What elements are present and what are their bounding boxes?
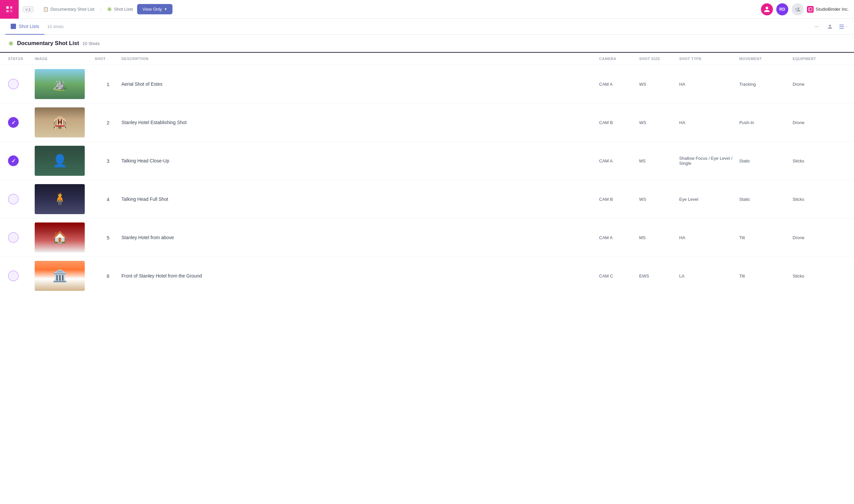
shot-type-3: Shallow Focus / Eye Level / Single (679, 156, 739, 166)
nav-separator-2: › (100, 6, 102, 12)
image-cell-3 (35, 146, 95, 176)
shot-camera-2: CAM B (599, 120, 639, 125)
status-circle-5[interactable] (8, 232, 19, 243)
shot-type-5: HA (679, 235, 739, 240)
sub-nav: Shot Lists 10 shots ··· (0, 19, 854, 35)
breadcrumb-1-label: Documentary Shot List (50, 7, 94, 12)
avatar-user-1[interactable] (761, 3, 773, 15)
image-cell-2 (35, 107, 95, 138)
shot-camera-5: CAM A (599, 235, 639, 240)
shot-movement-1: Tracking (739, 82, 793, 87)
col-status: STATUS (8, 57, 35, 61)
image-cell-5 (35, 222, 95, 252)
status-cell-2 (8, 117, 35, 128)
nav-right: RD StudioBinder Inc. (761, 3, 849, 15)
svg-rect-0 (6, 6, 9, 9)
view-only-button[interactable]: View Only ▼ (137, 4, 172, 14)
svg-rect-4 (808, 8, 812, 11)
shot-size-3: MS (639, 159, 679, 163)
table-row[interactable]: 5 Stanley Hotel from above CAM A MS HA T… (0, 218, 854, 256)
shot-table: STATUS IMAGE SHOT DESCRIPTION CAMERA SHO… (0, 53, 854, 295)
image-cell-1 (35, 69, 95, 99)
section-header: ✳️ Documentary Shot List 10 Shots (0, 35, 854, 53)
col-shot-size: SHOT SIZE (639, 57, 679, 61)
status-cell-6 (8, 271, 35, 281)
nav-breadcrumb-2[interactable]: ✳️ Shot Lists (107, 7, 133, 12)
list-view-button[interactable] (838, 21, 849, 32)
avatar-user-2[interactable]: RD (776, 3, 788, 15)
table-row[interactable]: 6 Front of Stanley Hotel from the Ground… (0, 256, 854, 295)
table-row[interactable]: 1 Aerial Shot of Estes CAM A WS HA Track… (0, 65, 854, 103)
status-circle-1[interactable] (8, 79, 19, 89)
shot-size-5: MS (639, 235, 679, 240)
sub-nav-right: ··· (811, 21, 849, 32)
shots-count: 10 shots (47, 24, 63, 29)
shot-movement-5: Tilt (739, 235, 793, 240)
studio-name: StudioBinder Inc. (816, 7, 849, 12)
shot-movement-4: Static (739, 197, 793, 202)
shot-type-1: HA (679, 82, 739, 87)
shot-size-4: WS (639, 197, 679, 202)
shot-image-2 (35, 107, 85, 138)
user-view-button[interactable] (825, 21, 835, 32)
col-movement: MOVEMENT (739, 57, 793, 61)
app-icon[interactable] (0, 0, 19, 19)
shot-size-2: WS (639, 120, 679, 125)
table-row[interactable]: 3 Talking Head Close-Up CAM A MS Shallow… (0, 141, 854, 180)
studio-binder-brand[interactable]: StudioBinder Inc. (807, 6, 849, 13)
shot-image-6 (35, 261, 85, 291)
col-image: IMAGE (35, 57, 95, 61)
shot-type-6: LA (679, 273, 739, 278)
shot-camera-1: CAM A (599, 82, 639, 87)
shot-desc-4: Talking Head Full Shot (122, 196, 599, 202)
shot-movement-3: Static (739, 159, 793, 163)
shot-image-5 (35, 222, 85, 252)
view-only-label: View Only (142, 7, 162, 12)
sb-logo (807, 6, 814, 13)
shot-num-5: 5 (95, 235, 122, 240)
col-equipment: EQUIPMENT (793, 57, 846, 61)
table-row[interactable]: 2 Stanley Hotel Establishing Shot CAM B … (0, 103, 854, 141)
shot-list-icon: 📋 (43, 7, 48, 12)
table-header: STATUS IMAGE SHOT DESCRIPTION CAMERA SHO… (0, 53, 854, 65)
status-cell-5 (8, 232, 35, 243)
nav-breadcrumb-1[interactable]: 📋 Documentary Shot List (43, 7, 94, 12)
shot-camera-3: CAM A (599, 159, 639, 163)
col-shot-type: SHOT TYPE (679, 57, 739, 61)
section-icon: ✳️ (8, 41, 14, 46)
svg-rect-3 (10, 10, 12, 12)
shot-num-1: 1 (95, 82, 122, 87)
status-circle-4[interactable] (8, 194, 19, 204)
col-description: DESCRIPTION (122, 57, 599, 61)
shot-equipment-6: Sticks (793, 273, 846, 278)
col-shot: SHOT (95, 57, 122, 61)
shot-type-2: HA (679, 120, 739, 125)
svg-rect-2 (10, 6, 12, 9)
shot-camera-6: CAM C (599, 273, 639, 278)
shots-badge: 10 Shots (83, 41, 99, 46)
image-cell-4 (35, 184, 95, 214)
section-title: Documentary Shot List (17, 40, 79, 47)
status-circle-6[interactable] (8, 271, 19, 281)
table-row[interactable]: 4 Talking Head Full Shot CAM B WS Eye Le… (0, 180, 854, 218)
dots-icon: ··· (814, 24, 819, 30)
more-options-button[interactable]: ··· (811, 21, 822, 32)
shot-size-1: WS (639, 82, 679, 87)
shot-num-2: 2 (95, 120, 122, 125)
shot-image-3 (35, 146, 85, 176)
shot-num-6: 6 (95, 273, 122, 279)
status-circle-2[interactable] (8, 117, 19, 128)
shot-type-4: Eye Level (679, 197, 739, 202)
shot-equipment-4: Sticks (793, 197, 846, 202)
col-camera: CAMERA (599, 57, 639, 61)
avatar-add-user[interactable] (792, 3, 804, 15)
tab-shot-lists[interactable]: Shot Lists (5, 19, 44, 35)
shot-movement-2: Push-In (739, 120, 793, 125)
svg-rect-1 (6, 10, 9, 12)
shot-desc-3: Talking Head Close-Up (122, 158, 599, 163)
status-cell-3 (8, 156, 35, 166)
shot-movement-6: Tilt (739, 273, 793, 278)
status-circle-3[interactable] (8, 156, 19, 166)
shot-num-3: 3 (95, 158, 122, 164)
pinwheel-icon: ✳️ (107, 7, 112, 12)
